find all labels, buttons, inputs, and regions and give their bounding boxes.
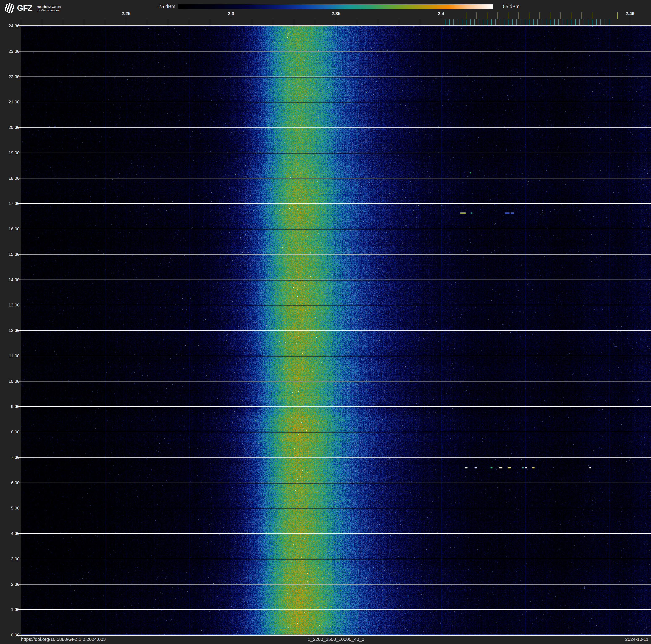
hour-tick — [17, 457, 21, 458]
freq-major-tick — [336, 17, 336, 25]
ble-channel-tick — [449, 19, 450, 25]
ble-channel-tick — [508, 19, 508, 25]
freq-minor-tick — [399, 20, 399, 25]
ble-channel-tick — [554, 19, 555, 25]
freq-minor-tick — [315, 20, 315, 25]
ble-channel-tick — [474, 19, 475, 25]
hour-tick — [17, 305, 21, 305]
ble-channel-tick — [600, 19, 601, 25]
colorbar-min-label: -75 dBm — [130, 4, 175, 9]
ble-channel-tick — [592, 19, 592, 25]
ble-channel-tick — [529, 19, 529, 25]
ble-channel-tick — [470, 19, 471, 25]
freq-minor-tick — [105, 20, 105, 25]
ble-channel-tick — [550, 19, 550, 25]
hour-tick — [17, 508, 21, 508]
hour-tick — [17, 153, 21, 153]
ble-channel-tick — [483, 19, 483, 25]
carrier-line — [441, 26, 441, 635]
wifi-channel-tick — [560, 12, 561, 19]
ble-channel-tick — [596, 19, 597, 25]
burst-speck — [474, 467, 477, 468]
org-name-line2: for Geosciences — [37, 8, 61, 12]
freq-major-tick — [630, 17, 630, 25]
freq-tick-label: 2.3 — [228, 11, 235, 17]
ble-channel-tick — [517, 19, 517, 25]
hour-tick — [17, 127, 21, 127]
freq-tick-label: 2.25 — [122, 11, 131, 17]
hour-tick — [17, 330, 21, 331]
ble-channel-tick — [445, 19, 445, 25]
spectrogram-page: GFZ Helmholtz Centre for Geosciences -75… — [0, 0, 651, 644]
ble-channel-tick — [546, 19, 546, 25]
ble-channel-tick — [575, 19, 576, 25]
ble-channel-tick — [537, 19, 538, 25]
hour-tick — [17, 533, 21, 534]
hour-tick — [17, 559, 21, 559]
carrier-line — [609, 26, 609, 635]
burst-speck — [505, 212, 509, 213]
hour-tick — [17, 584, 21, 585]
colorbar — [178, 4, 493, 9]
dataset-id: 1_2200_2500_10000_40_0 — [21, 637, 651, 642]
ble-channel-tick — [487, 19, 488, 25]
burst-speck — [532, 467, 534, 468]
hour-tick — [17, 178, 21, 178]
freq-minor-tick — [189, 20, 189, 25]
hour-tick — [17, 381, 21, 381]
hour-tick — [17, 51, 21, 52]
ble-channel-tick — [454, 19, 454, 25]
ble-channel-tick — [571, 19, 571, 25]
ble-channel-tick — [609, 19, 609, 25]
ble-channel-tick — [500, 19, 500, 25]
ble-channel-tick — [512, 19, 513, 25]
wifi-channel-tick — [476, 12, 477, 19]
hour-tick — [17, 280, 21, 280]
freq-major-tick — [231, 17, 231, 25]
ble-channel-tick — [495, 19, 496, 25]
burst-speck — [508, 467, 511, 468]
hour-tick — [17, 102, 21, 102]
freq-gridline — [126, 26, 126, 635]
hour-tick — [17, 482, 21, 483]
ble-channel-tick — [521, 19, 521, 25]
hour-tick — [17, 254, 21, 255]
hour-tick — [17, 609, 21, 610]
carrier-line — [189, 26, 189, 635]
ble-channel-tick — [579, 19, 580, 25]
ble-channel-tick — [563, 19, 563, 25]
freq-tick-label: 2.4 — [438, 11, 444, 17]
org-abbreviation: GFZ — [17, 3, 32, 13]
ble-channel-tick — [533, 19, 534, 25]
freq-minor-tick — [210, 20, 210, 25]
wifi-channel-tick — [466, 12, 466, 19]
freq-minor-tick — [378, 20, 378, 25]
colorbar-max-label: -55 dBm — [501, 4, 556, 9]
ble-channel-tick — [541, 19, 542, 25]
hour-tick — [17, 432, 21, 432]
freq-minor-tick — [42, 20, 42, 25]
freq-major-tick — [441, 17, 441, 25]
burst-speck — [491, 467, 492, 468]
ble-channel-tick — [458, 19, 458, 25]
wifi-channel-tick — [539, 12, 540, 19]
org-name-line1: Helmholtz Centre — [37, 5, 61, 8]
wifi-channel-tick — [508, 12, 508, 19]
hour-tick — [17, 229, 21, 229]
ble-channel-tick — [478, 19, 479, 25]
wifi-channel-tick — [487, 12, 488, 19]
ble-channel-tick — [466, 19, 466, 25]
ble-channel-tick — [588, 19, 588, 25]
hour-tick — [17, 26, 21, 26]
hour-tick — [17, 203, 21, 204]
wifi-channel-tick — [617, 12, 618, 19]
burst-speck — [525, 467, 527, 468]
carrier-line — [105, 26, 105, 635]
burst-speck — [511, 212, 514, 213]
plot-top-edge-row — [21, 26, 651, 27]
burst-speck — [460, 212, 466, 213]
freq-minor-tick — [84, 20, 84, 25]
gfz-logo-icon — [4, 3, 15, 14]
hour-tick — [17, 406, 21, 407]
date-label: 2024-10-11 — [625, 637, 649, 642]
